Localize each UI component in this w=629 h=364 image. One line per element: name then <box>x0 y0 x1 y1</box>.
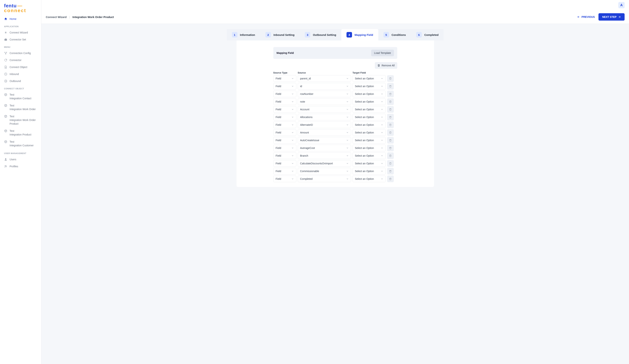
target-field-select[interactable]: Select an Option <box>353 160 386 167</box>
target-field-select[interactable]: Select an Option <box>353 121 386 128</box>
source-select[interactable]: id <box>298 83 351 90</box>
delete-row-button[interactable] <box>387 75 394 82</box>
source-type-select[interactable]: Field <box>273 83 296 90</box>
cube-icon <box>4 115 7 118</box>
source-select[interactable]: Commissionable <box>298 168 351 174</box>
nav-home[interactable]: Home <box>0 15 41 22</box>
source-type-select[interactable]: Field <box>273 152 296 159</box>
svg-point-6 <box>5 158 6 159</box>
source-select[interactable]: Amount <box>298 129 351 136</box>
sidebar-item[interactable]: Connector Set <box>0 36 41 43</box>
source-select[interactable]: parent_id <box>298 75 351 82</box>
target-field-select[interactable]: Select an Option <box>353 91 386 97</box>
cube-icon <box>4 140 7 143</box>
target-field-select[interactable]: Select an Option <box>353 129 386 136</box>
source-type-select[interactable]: Field <box>273 145 296 151</box>
target-field-select[interactable]: Select an Option <box>353 98 386 105</box>
source-type-select[interactable]: Field <box>273 137 296 143</box>
sidebar-item[interactable]: TestIntegration Work Order Product <box>0 113 41 127</box>
source-type-select[interactable]: Field <box>273 114 296 121</box>
source-select[interactable]: AutoCreateIssue <box>298 137 351 143</box>
step-6[interactable]: 6Completed <box>411 29 444 40</box>
source-type-select[interactable]: Field <box>273 129 296 136</box>
delete-row-button[interactable] <box>387 129 394 136</box>
sidebar: fentu— connect Home APPLICATIONConnect W… <box>0 0 41 364</box>
delete-row-button[interactable] <box>387 176 394 182</box>
source-type-select[interactable]: Field <box>273 176 296 182</box>
target-field-select[interactable]: Select an Option <box>353 168 386 174</box>
sidebar-item[interactable]: Inbound <box>0 71 41 78</box>
sidebar-item[interactable]: Outbound <box>0 78 41 85</box>
wizard-icon <box>4 31 7 34</box>
source-type-select[interactable]: Field <box>273 75 296 82</box>
source-select[interactable]: rowNumber <box>298 91 351 97</box>
mapping-panel: Mapping Field Load Template Remove All S… <box>237 40 434 187</box>
source-select[interactable]: note <box>298 98 351 105</box>
delete-row-button[interactable] <box>387 91 394 97</box>
source-select[interactable]: CalculateDiscountsOnImport <box>298 160 351 167</box>
delete-row-button[interactable] <box>387 98 394 105</box>
source-select[interactable]: Branch <box>298 152 351 159</box>
sidebar-item[interactable]: TestIntegration Contact <box>0 91 41 102</box>
previous-button[interactable]: PREVIOUS <box>577 15 595 18</box>
target-field-select[interactable]: Select an Option <box>353 152 386 159</box>
target-field-select[interactable]: Select an Option <box>353 137 386 143</box>
step-4[interactable]: 4Mapping Field <box>341 29 378 40</box>
avatar[interactable]: A <box>618 2 625 8</box>
delete-row-button[interactable] <box>387 83 394 90</box>
delete-row-button[interactable] <box>387 121 394 128</box>
step-5[interactable]: 5Conditions <box>378 29 411 40</box>
remove-all-button[interactable]: Remove All <box>375 62 397 69</box>
nav-section-title: USER MANAGEMENT <box>0 149 41 156</box>
sidebar-item[interactable]: Connection Config <box>0 50 41 57</box>
arrow-left-icon <box>577 15 580 18</box>
sidebar-item[interactable]: Connect Wizard <box>0 29 41 36</box>
sidebar-item[interactable]: TestIntegration Customer <box>0 138 41 149</box>
sidebar-item[interactable]: Profiles <box>0 163 41 170</box>
delete-row-button[interactable] <box>387 145 394 151</box>
mapping-row: FieldCompletedSelect an Option <box>273 176 397 182</box>
step-2[interactable]: 2Inbound Setting <box>260 29 300 40</box>
refresh-icon <box>4 58 7 62</box>
source-type-select[interactable]: Field <box>273 98 296 105</box>
source-type-select[interactable]: Field <box>273 91 296 97</box>
mapping-row: FieldAverageCostSelect an Option <box>273 145 397 151</box>
target-field-select[interactable]: Select an Option <box>353 114 386 121</box>
topbar: A <box>41 0 629 10</box>
step-1[interactable]: 1Information <box>227 29 260 40</box>
delete-row-button[interactable] <box>387 114 394 121</box>
delete-row-button[interactable] <box>387 152 394 159</box>
source-type-select[interactable]: Field <box>273 160 296 167</box>
sidebar-item[interactable]: TestIntegration Product <box>0 127 41 138</box>
sidebar-item[interactable]: Connector <box>0 57 41 64</box>
mapping-row: FieldAmountSelect an Option <box>273 129 397 136</box>
delete-row-button[interactable] <box>387 168 394 174</box>
source-select[interactable]: Account <box>298 106 351 113</box>
source-select[interactable]: AverageCost <box>298 145 351 151</box>
step-3[interactable]: 3Outbound Setting <box>300 29 341 40</box>
target-field-select[interactable]: Select an Option <box>353 75 386 82</box>
delete-row-button[interactable] <box>387 106 394 113</box>
target-field-select[interactable]: Select an Option <box>353 106 386 113</box>
load-template-button[interactable]: Load Template <box>371 50 394 56</box>
mapping-row: FieldrowNumberSelect an Option <box>273 91 397 97</box>
target-field-select[interactable]: Select an Option <box>353 83 386 90</box>
next-step-button[interactable]: NEXT STEP <box>599 13 625 21</box>
target-field-select[interactable]: Select an Option <box>353 145 386 151</box>
source-select[interactable]: Allocations <box>298 114 351 121</box>
sidebar-item[interactable]: TestIntegration Work Order <box>0 102 41 113</box>
svg-point-7 <box>5 165 6 166</box>
delete-row-button[interactable] <box>387 160 394 167</box>
source-type-select[interactable]: Field <box>273 168 296 174</box>
profiles-icon <box>4 165 7 168</box>
source-type-select[interactable]: Field <box>273 106 296 113</box>
source-type-select[interactable]: Field <box>273 121 296 128</box>
delete-row-button[interactable] <box>387 137 394 143</box>
trash-icon <box>377 64 380 67</box>
source-select[interactable]: Completed <box>298 176 351 182</box>
mapping-row: FieldCalculateDiscountsOnImportSelect an… <box>273 160 397 167</box>
sidebar-item[interactable]: Users <box>0 156 41 163</box>
sidebar-item[interactable]: Connect Object <box>0 64 41 71</box>
target-field-select[interactable]: Select an Option <box>353 176 386 182</box>
source-select[interactable]: AlternateID <box>298 121 351 128</box>
